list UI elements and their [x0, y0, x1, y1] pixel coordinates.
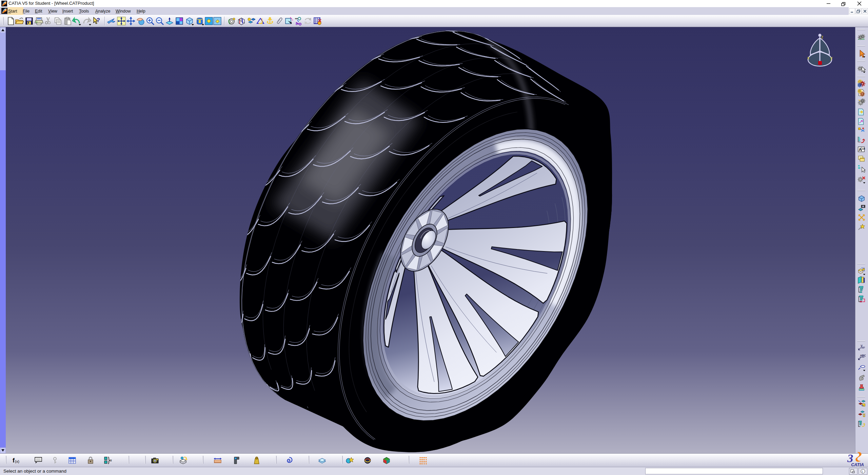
svg-text:y: y [830, 56, 832, 60]
svg-text:i: i [862, 470, 863, 473]
svg-text:15: 15 [862, 147, 865, 150]
svg-text:A: A [859, 147, 862, 152]
svg-text:?: ? [97, 17, 100, 23]
svg-text:=: = [110, 459, 112, 462]
svg-text:(x): (x) [15, 459, 19, 463]
svg-text:CATIA: CATIA [851, 462, 864, 467]
svg-text:x: x [807, 56, 809, 60]
svg-text:f: f [13, 457, 15, 464]
svg-text:z: z [821, 35, 823, 39]
svg-text:ABC: ABC [860, 354, 866, 357]
svg-text:1: 1 [261, 18, 263, 21]
